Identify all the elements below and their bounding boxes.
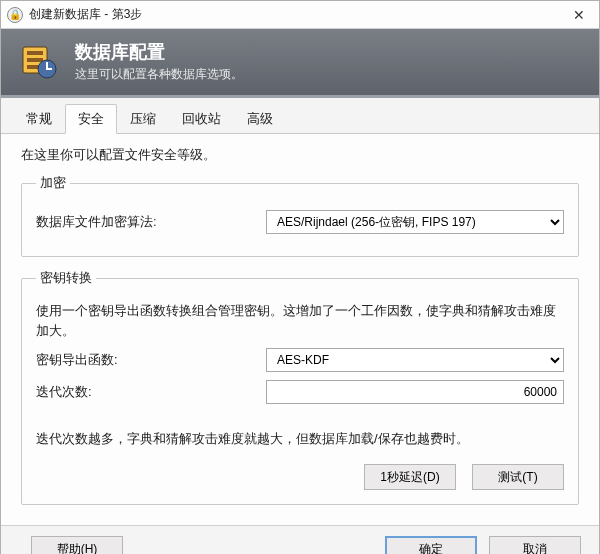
window-title: 创建新数据库 - 第3步 <box>29 6 559 23</box>
titlebar: 🔒 创建新数据库 - 第3步 ✕ <box>1 1 599 29</box>
dialog-footer: 帮助(H) 确定 取消 <box>1 525 599 554</box>
tab-recycle-bin[interactable]: 回收站 <box>169 104 234 133</box>
help-button[interactable]: 帮助(H) <box>31 536 123 554</box>
kdf-group: 密钥转换 使用一个密钥导出函数转换组合管理密钥。这增加了一个工作因数，使字典和猜… <box>21 269 579 505</box>
tab-compression[interactable]: 压缩 <box>117 104 169 133</box>
kdf-legend: 密钥转换 <box>36 269 96 287</box>
tab-security[interactable]: 安全 <box>65 104 117 134</box>
encryption-group: 加密 数据库文件加密算法: AES/Rijndael (256-位密钥, FIP… <box>21 174 579 257</box>
lock-icon: 🔒 <box>7 7 23 23</box>
tab-general[interactable]: 常规 <box>13 104 65 133</box>
close-button[interactable]: ✕ <box>559 1 599 29</box>
encryption-algo-select[interactable]: AES/Rijndael (256-位密钥, FIPS 197) <box>266 210 564 234</box>
database-config-icon <box>17 39 61 83</box>
security-intro: 在这里你可以配置文件安全等级。 <box>21 146 579 164</box>
test-button[interactable]: 测试(T) <box>472 464 564 490</box>
one-second-delay-button[interactable]: 1秒延迟(D) <box>364 464 456 490</box>
encryption-algo-label: 数据库文件加密算法: <box>36 213 266 231</box>
kdf-fn-select[interactable]: AES-KDF <box>266 348 564 372</box>
kdf-description: 使用一个密钥导出函数转换组合管理密钥。这增加了一个工作因数，使字典和猜解攻击难度… <box>36 301 564 340</box>
svg-rect-5 <box>46 62 48 69</box>
header-title: 数据库配置 <box>75 40 243 64</box>
header-subtitle: 这里可以配置各种数据库选项。 <box>75 66 243 83</box>
tab-bar: 常规 安全 压缩 回收站 高级 <box>1 98 599 134</box>
kdf-iter-input[interactable] <box>266 380 564 404</box>
tab-advanced[interactable]: 高级 <box>234 104 286 133</box>
kdf-iter-label: 迭代次数: <box>36 383 266 401</box>
kdf-fn-label: 密钥导出函数: <box>36 351 266 369</box>
svg-rect-1 <box>27 51 43 55</box>
wizard-header: 数据库配置 这里可以配置各种数据库选项。 <box>1 29 599 98</box>
kdf-hint: 迭代次数越多，字典和猜解攻击难度就越大，但数据库加载/保存也越费时。 <box>36 430 564 448</box>
ok-button[interactable]: 确定 <box>385 536 477 554</box>
svg-rect-6 <box>46 68 52 70</box>
tab-content-security: 在这里你可以配置文件安全等级。 加密 数据库文件加密算法: AES/Rijnda… <box>1 134 599 525</box>
svg-rect-2 <box>27 58 43 62</box>
cancel-button[interactable]: 取消 <box>489 536 581 554</box>
encryption-legend: 加密 <box>36 174 70 192</box>
